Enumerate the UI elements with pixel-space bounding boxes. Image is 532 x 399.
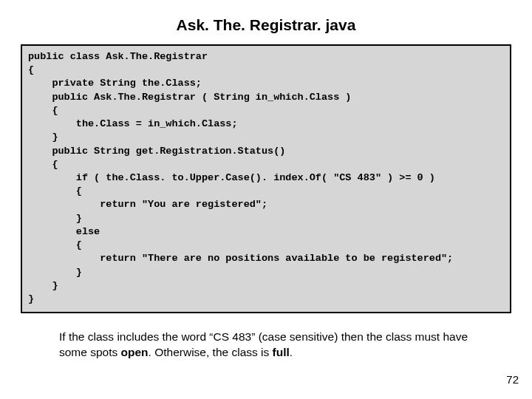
caption-full: full — [273, 346, 290, 358]
page-number: 72 — [506, 373, 519, 386]
caption-part3: . — [290, 346, 293, 358]
code-listing: public class Ask.The.Registrar { private… — [21, 44, 511, 313]
caption-part2: . Otherwise, the class is — [149, 346, 273, 358]
caption-open: open — [121, 346, 149, 358]
slide-title: Ask. The. Registrar. java — [0, 0, 532, 44]
caption-text: If the class includes the word “CS 483” … — [59, 330, 473, 361]
